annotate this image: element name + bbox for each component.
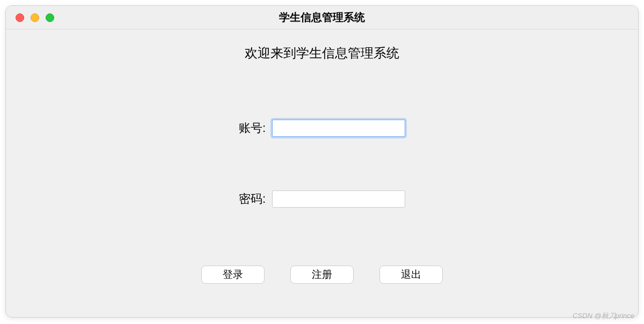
register-button[interactable]: 注册 xyxy=(290,266,354,284)
close-icon[interactable] xyxy=(16,13,24,22)
traffic-lights xyxy=(6,13,54,22)
login-form: 账号: 密码: xyxy=(239,120,405,208)
exit-button[interactable]: 退出 xyxy=(379,266,443,284)
password-label: 密码: xyxy=(239,191,266,207)
content-area: 欢迎来到学生信息管理系统 账号: 密码: 登录 注册 退出 xyxy=(6,30,638,317)
button-row: 登录 注册 退出 xyxy=(201,266,443,284)
login-button[interactable]: 登录 xyxy=(201,266,265,284)
titlebar: 学生信息管理系统 xyxy=(6,6,638,30)
window-title: 学生信息管理系统 xyxy=(6,10,638,25)
welcome-heading: 欢迎来到学生信息管理系统 xyxy=(245,45,399,62)
password-row: 密码: xyxy=(239,190,405,208)
maximize-icon[interactable] xyxy=(46,13,54,22)
app-window: 学生信息管理系统 欢迎来到学生信息管理系统 账号: 密码: 登录 注册 退出 xyxy=(5,5,639,318)
password-input[interactable] xyxy=(272,190,405,208)
watermark: CSDN @秋刀prince xyxy=(573,311,634,321)
account-input[interactable] xyxy=(272,120,405,137)
account-row: 账号: xyxy=(239,120,405,137)
minimize-icon[interactable] xyxy=(31,13,39,22)
account-label: 账号: xyxy=(239,120,266,136)
